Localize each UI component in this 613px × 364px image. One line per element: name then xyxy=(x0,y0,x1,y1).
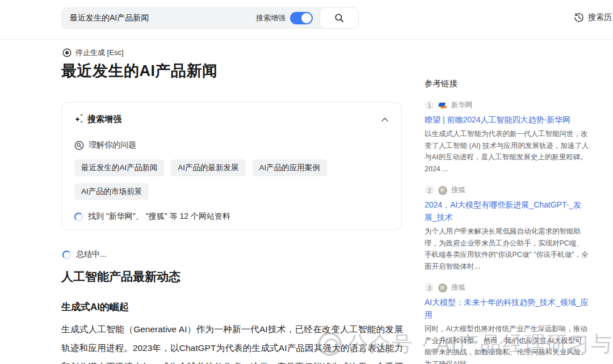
top-header: 搜索增强 搜索历史 xyxy=(0,0,613,40)
search-enhance-card: ✦ ✦ ✦ 搜索增强 理解你的问题 最近发生的AI产品新闻 AI产品的最新发展 … xyxy=(61,102,402,230)
reference-link[interactable]: 瞭望 | 前瞻2024人工智能四大趋势-新华网 xyxy=(425,113,589,126)
reference-source-row: 3 搜狐 xyxy=(425,283,589,293)
reference-source-name: 新华网 xyxy=(451,100,473,110)
answer-subsection-title: 生成式AI的崛起 xyxy=(61,300,129,314)
answer-paragraph: 生成式人工智能（Generative AI）作为一种新一代AI技术，已经在改变人… xyxy=(61,320,403,364)
card-header: ✦ ✦ ✦ 搜索增强 xyxy=(74,114,389,125)
sources-found-label: 找到 "新华网"、 "搜狐" 等 12 个网站资料 xyxy=(88,211,230,222)
toggle-label: 搜索增强 xyxy=(256,13,285,23)
reference-description: 同时，AI大模型也将对传统产业产生深远影响，推动产业升级和转型。 然而，我们也应… xyxy=(425,323,589,364)
reference-index-badge: 2 xyxy=(425,185,434,195)
search-history-button[interactable]: 搜索历史 xyxy=(574,12,613,23)
reference-links-panel: 参考链接 1 新华网 瞭望 | 前瞻2024人工智能四大趋势-新华网 以生成式人… xyxy=(425,78,589,364)
reference-item: 3 搜狐 AI大模型：未来十年的科技趋势_技术_领域_应用 同时，AI大模型也将… xyxy=(425,283,589,364)
history-label: 搜索历史 xyxy=(588,12,613,23)
reference-link[interactable]: AI大模型：未来十年的科技趋势_技术_领域_应用 xyxy=(425,296,589,321)
search-bar: 搜索增强 xyxy=(61,7,359,29)
xinhuanet-favicon-icon xyxy=(438,101,447,110)
understand-label: 理解你的问题 xyxy=(89,140,136,150)
loading-spinner-icon xyxy=(74,213,83,221)
reference-description: 以生成式人工智能为代表的新一代人工智能问世，改变了人工智能 (AI) 技术与应用… xyxy=(425,128,589,175)
sohu-favicon-icon xyxy=(438,186,447,195)
search-button[interactable] xyxy=(320,7,359,29)
reference-description: 为个人用户带来解决长尾低频自动化需求的智能助理，为政府企业带来员工办公助手，实现… xyxy=(425,226,589,272)
reference-link[interactable]: 2024，AI大模型有哪些新进展_ChatGPT-_发展_技术 xyxy=(425,198,589,223)
stop-generating-button[interactable]: 停止生成 [Esc] xyxy=(62,48,124,58)
loading-spinner-icon xyxy=(62,251,71,259)
toggle-knob xyxy=(301,13,312,23)
card-title: 搜索增强 xyxy=(87,114,121,125)
reference-source-row: 2 搜狐 xyxy=(425,185,589,195)
reference-source-row: 1 新华网 xyxy=(425,100,589,110)
query-tag[interactable]: AI产品的应用案例 xyxy=(253,159,327,176)
query-tag[interactable]: 最近发生的AI产品新闻 xyxy=(74,159,164,176)
reference-index-badge: 3 xyxy=(425,283,434,293)
answer-section-title: 人工智能产品最新动态 xyxy=(61,269,180,285)
understand-question-row: 理解你的问题 xyxy=(74,140,389,150)
query-tag[interactable]: AI产品的市场前景 xyxy=(74,183,149,200)
search-enhance-toggle-group: 搜索增强 xyxy=(256,12,320,24)
suggested-query-tags: 最近发生的AI产品新闻 AI产品的最新发展 AI产品的应用案例 AI产品的市场前… xyxy=(74,159,347,200)
history-clock-icon xyxy=(574,12,584,23)
sources-found-row: 找到 "新华网"、 "搜狐" 等 12 个网站资料 xyxy=(74,211,389,222)
reference-item: 2 搜狐 2024，AI大模型有哪些新进展_ChatGPT-_发展_技术 为个人… xyxy=(425,185,589,272)
summarizing-label: 总结中... xyxy=(76,249,107,260)
sparkle-icon: ✦ ✦ ✦ xyxy=(74,115,83,125)
understand-search-icon xyxy=(74,141,84,150)
sohu-favicon-icon xyxy=(438,283,447,293)
stop-label: 停止生成 [Esc] xyxy=(75,48,124,58)
reference-source-name: 搜狐 xyxy=(451,283,465,293)
search-enhance-toggle[interactable] xyxy=(290,12,313,24)
reference-source-name: 搜狐 xyxy=(451,185,465,195)
reference-index-badge: 1 xyxy=(425,100,434,110)
page-title: 最近发生的AI产品新闻 xyxy=(61,61,218,81)
search-input[interactable] xyxy=(62,14,256,23)
reference-item: 1 新华网 瞭望 | 前瞻2024人工智能四大趋势-新华网 以生成式人工智能为代… xyxy=(425,100,589,175)
summarizing-status: 总结中... xyxy=(62,249,107,260)
reference-links-title: 参考链接 xyxy=(425,78,589,89)
stop-icon xyxy=(62,48,72,57)
query-tag[interactable]: AI产品的最新发展 xyxy=(171,159,245,176)
search-icon xyxy=(334,13,345,23)
collapse-button[interactable] xyxy=(381,117,389,122)
chevron-up-icon xyxy=(381,117,389,122)
